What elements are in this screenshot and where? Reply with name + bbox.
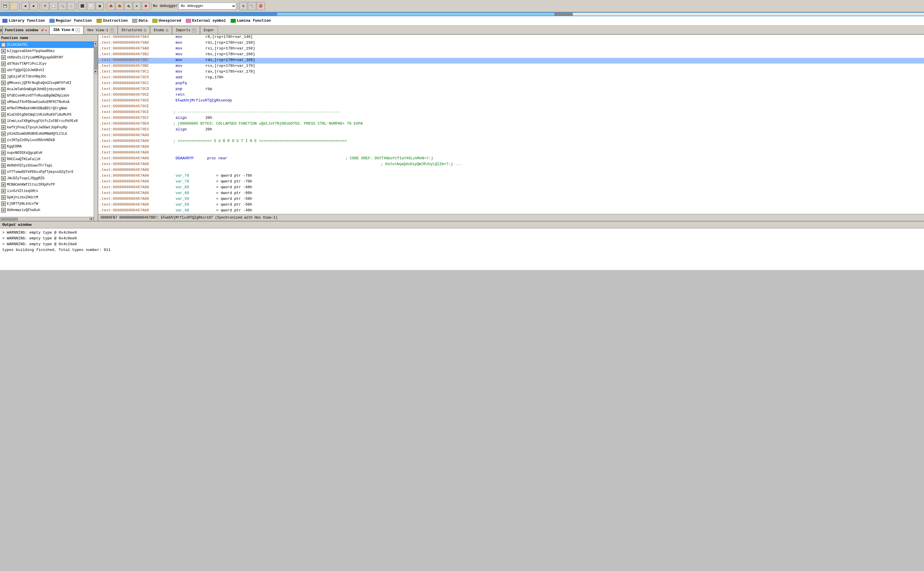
tab-ida-view-close[interactable]: ✕ (76, 28, 80, 32)
ida-line[interactable]: .text:0000000000467A00 var_58 = qword pt… (98, 197, 924, 202)
func-list-item[interactable]: ⊡kwfVjPnaLETpxyhJwSGwtJUpPvyRp (0, 124, 94, 131)
func-list-item[interactable]: ⊡lFmkLsxFXRgKhygFUtfcZxFBFrccPkPExR (0, 118, 94, 124)
func-list-item[interactable]: ⊡HcaJmTwhSnWUgHJbhKDjnbzsdtNH (0, 86, 94, 93)
ida-line[interactable]: .text:00000000004679CD pop rbp (98, 87, 924, 93)
tab-structures-close[interactable]: □ (144, 29, 146, 31)
ida-line[interactable]: .text:0000000000467A00 var_60 = dword pt… (98, 191, 924, 197)
func-list-item[interactable]: ⊡iinSzVZtleqUHts (0, 188, 94, 194)
ida-line[interactable]: .text:00000000004679B2 mov rbx,[rsp+178h… (98, 52, 924, 58)
text-button[interactable]: ▦ (95, 2, 104, 10)
v-scroll-up-btn[interactable]: ▲ (94, 42, 97, 46)
func-list-item[interactable]: ⊡AlaChDtgObCWqCiVKikRuKSflAuMcPS (0, 112, 94, 118)
export-button[interactable]: 📤 (116, 2, 124, 10)
jump-button[interactable]: ↓ (67, 2, 75, 10)
tab-imports-close[interactable]: ✕ (192, 28, 196, 32)
ida-line[interactable]: .text:0000000000467A00 var_70 = qword pt… (98, 179, 924, 185)
hex-button[interactable]: ⬛ (79, 2, 86, 10)
ida-line[interactable]: .text:00000000004679E5 align 20h (98, 127, 924, 133)
debug-btn2[interactable]: 🔧 (248, 2, 256, 10)
stop-button[interactable]: ⏹ (142, 2, 150, 10)
func-list[interactable]: ⊡OLCmCAmYRl⊡bJjqgoxaGSekfYpqVwaROez⊡vbKb… (0, 42, 94, 217)
ida-line[interactable]: .text:0000000000467A00 DDAAHRfP proc nea… (98, 156, 924, 162)
ida-line[interactable]: .text:00000000004679AD mov rsi,[rsp+178h… (98, 46, 924, 52)
func-list-item[interactable]: ⊡RHCCxwQTKCaFallH (0, 156, 94, 162)
plugin-button[interactable]: 🔌 (124, 2, 132, 10)
ida-line[interactable]: .text:00000000004679CC popfq (98, 81, 924, 87)
debugger-select[interactable]: No debugger (178, 3, 236, 9)
tab-hex-view[interactable]: Hex View-1 ✕ (83, 26, 118, 34)
ida-line[interactable]: .text:0000000000467A00 var_78 = qword pt… (98, 173, 924, 179)
ida-line[interactable]: .text:00000000004679CE retn (98, 93, 924, 98)
tab-structures[interactable]: Structures □ (118, 26, 150, 34)
run-button[interactable]: ▶ (133, 2, 141, 10)
func-list-item[interactable]: ⊡MCRACmhKWfIttozIRXpPofP (0, 182, 94, 188)
ida-line[interactable]: .text:00000000004679CE EFwUUVjMrflvsRTQZ… (98, 98, 924, 104)
func-list-item[interactable]: ⊡GfdECoeHhzvOTTnRuubBgGWZHplaUv (0, 93, 94, 99)
ida-line[interactable]: .text:0000000000467A00 ; KdJutAqaQdsDipQ… (98, 162, 924, 168)
tab-ida-view[interactable]: IDA View-A ✕ (49, 26, 83, 34)
ida-line[interactable]: .text:00000000004679C5 add rsp,170h (98, 75, 924, 81)
func-list-item[interactable]: ⊡AkRdhFECyzGSswoTFrTapL (0, 162, 94, 169)
func-list-item[interactable]: ⊡zxINTpZzOOylxuVRGnVNDkB (0, 137, 94, 144)
tab-hex-view-close[interactable]: ✕ (110, 28, 114, 32)
v-scroll-down-btn[interactable]: ▼ (94, 70, 97, 74)
ida-line[interactable]: .text:00000000004679E0 ; [00000005 BYTES… (98, 122, 924, 127)
open-button[interactable]: 📁 (10, 2, 18, 10)
func-list-item[interactable]: ⊡ySlHZbumDdRUBVEsKbMNmHQYLCILE (0, 131, 94, 137)
nav-bar-track[interactable] (0, 13, 924, 15)
func-list-item[interactable]: ⊡oYTTsmwOSfePEKzsPqfTpkpsxDZqTorE (0, 169, 94, 175)
func-list-item[interactable]: ⊡bJjqgoxaGSekfYpqVwaROez (0, 48, 94, 54)
func-list-item[interactable]: ⊡KggCDMA (0, 144, 94, 150)
ida-line[interactable]: .text:0000000000467A00 (98, 133, 924, 139)
func-list-item[interactable]: ⊡GpAjhizbxZHUctM (0, 194, 94, 201)
ida-line[interactable]: .text:00000000004679BC mov rcx,[rsp+178h… (98, 63, 924, 69)
ida-line[interactable]: .text:0000000000467A00 ; ===============… (98, 139, 924, 145)
func-list-scrollbar-v[interactable]: ▲ ▼ (94, 42, 98, 221)
forward-button[interactable]: ▶ (30, 2, 38, 10)
func-list-item[interactable]: ⊡GbHvmwzivQFhaGuh (0, 207, 94, 213)
import-button[interactable]: 📥 (107, 2, 115, 10)
debug-btn1[interactable]: ⚙ (239, 2, 247, 10)
ida-line[interactable]: .text:00000000004679CE ; ---------------… (98, 110, 924, 116)
func-list-item[interactable]: ⊡dXTKdvTTAPTzPvlJCyv (0, 61, 94, 67)
func-scrollbar-h[interactable]: ▶ (0, 217, 94, 221)
ida-line[interactable]: .text:0000000000467A00 (98, 168, 924, 173)
ida-line[interactable]: .text:0000000000467A00 (98, 145, 924, 150)
tab-exports[interactable]: Expor (200, 26, 218, 34)
fw-pin-icon[interactable]: 📌 (40, 29, 44, 32)
ida-line[interactable]: .text:0000000000467A00 var_68 = qword pt… (98, 185, 924, 191)
h-scroll-right-btn[interactable]: ▶ (89, 217, 94, 221)
left-panel-toggle[interactable]: ⊡ (0, 26, 2, 34)
ida-line[interactable]: .text:00000000004679CE (98, 104, 924, 110)
func-list-item[interactable]: ⊡oMSwuZfXnPDbowXiwXuEMFRITNsKsA (0, 99, 94, 105)
tab-enums[interactable]: Enums □ (150, 26, 172, 34)
func-list-item[interactable]: ⊡gMKuaxLjQFRrNugEaQoUZxupWYXfsKI (0, 80, 94, 86)
output-content[interactable]: > WARNNING: empty type @ 0x4c0ee0> WARNN… (0, 228, 924, 270)
func-list-item[interactable]: ⊡JAcDZyTsqalJDggRZG (0, 175, 94, 182)
search-button[interactable]: 🔍 (59, 2, 66, 10)
ida-line[interactable]: .text:0000000000467A00 var_48 = qword pt… (98, 208, 924, 214)
back-button[interactable]: ◀ (21, 2, 29, 10)
tab-enums-close[interactable]: □ (166, 29, 168, 31)
debug-btn3[interactable]: ⛔ (257, 2, 265, 10)
func-list-item[interactable]: ⊡OLCmCAmYRl (0, 42, 94, 48)
fw-close-icon[interactable]: ✕ (45, 29, 47, 32)
save-button[interactable]: 💾 (1, 2, 9, 10)
func-list-item[interactable]: ⊡jgEajaPJCTdksVWqJbc (0, 73, 94, 80)
func-list-item[interactable]: ⊡mfNvFPMeBakVAKVDBaBECrQCrgNwk (0, 105, 94, 112)
functions-window-tab[interactable]: Functions window 📌 ✕ (2, 26, 49, 34)
copy-button[interactable]: ⎘ (41, 2, 49, 10)
v-scroll-thumb[interactable] (94, 46, 98, 69)
ida-line[interactable]: .text:00000000004679B7 mov rdx,[rsp+178h… (98, 58, 924, 63)
ida-line[interactable]: .text:00000000004679A3 mov r8,[rsp+178h+… (98, 35, 924, 40)
paste-button[interactable]: 📋 (50, 2, 58, 10)
ida-line[interactable]: .text:00000000004679A8 mov rdi,[rsp+178h… (98, 40, 924, 46)
nav-bar[interactable] (0, 12, 924, 16)
graph-button[interactable]: ⬜ (87, 2, 95, 10)
ida-view-content[interactable]: .text:00000000004679A3 mov r8,[rsp+178h+… (98, 35, 924, 214)
h-scroll-thumb[interactable] (1, 218, 18, 221)
tab-imports[interactable]: Imports ✕ (172, 26, 200, 34)
ida-line[interactable]: .text:0000000000467A00 (98, 150, 924, 156)
func-list-item[interactable]: ⊡vbKbvDiJlfyiaHMERgyapGGRYAf (0, 54, 94, 61)
func-list-item[interactable]: ⊡uUrfgQpCQlOJmGBshI (0, 67, 94, 73)
